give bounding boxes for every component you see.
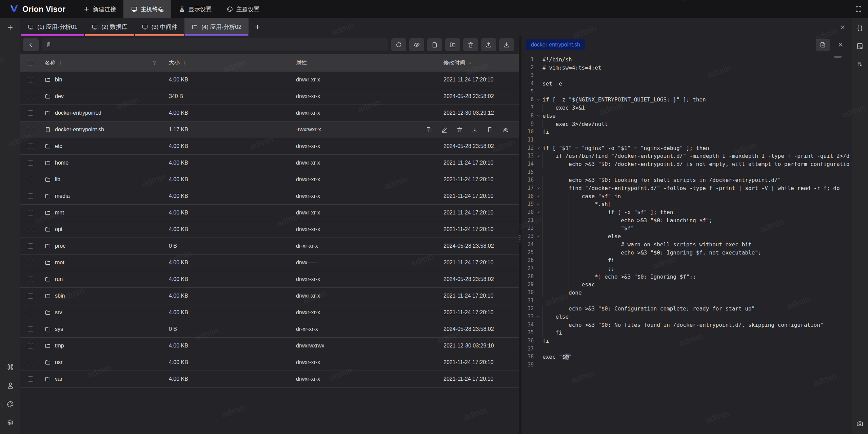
path-input-field[interactable] — [55, 41, 384, 48]
file-name[interactable]: mnt — [45, 210, 64, 216]
users-icon[interactable] — [502, 127, 509, 133]
row-checkbox[interactable] — [28, 210, 33, 215]
move-icon[interactable] — [487, 127, 493, 133]
command-icon[interactable] — [4, 360, 17, 373]
file-row[interactable]: run4.00 KBdrwxr-xr-x2024-05-28 23:58:02 — [20, 271, 519, 288]
fileDoc-icon[interactable] — [427, 38, 442, 51]
file-name[interactable]: sys — [45, 326, 63, 332]
file-row[interactable]: etc4.00 KBdrwxr-xr-x2024-05-28 23:58:02 — [20, 138, 519, 155]
file-name[interactable]: media — [45, 193, 70, 199]
gear-icon[interactable] — [4, 416, 17, 429]
sort-name-icon[interactable] — [58, 61, 63, 65]
column-name-label[interactable]: 名称 — [45, 59, 56, 67]
file-row[interactable]: srv4.00 KBdrwxr-xr-x2021-11-24 17:20:10 — [20, 304, 519, 321]
file-row[interactable]: usr4.00 KBdrwxr-xr-x2021-11-24 17:20:10 — [20, 354, 519, 371]
upload-icon[interactable] — [481, 38, 496, 51]
file-row[interactable]: lib4.00 KBdrwxr-xr-x2021-11-24 17:20:10 — [20, 171, 519, 188]
file-name[interactable]: proc — [45, 243, 65, 249]
file-name[interactable]: srv — [45, 309, 62, 316]
sort-size-icon[interactable] — [182, 61, 187, 65]
stamp-icon[interactable] — [4, 379, 17, 392]
menu-item[interactable]: 新建连接 — [76, 0, 123, 18]
file-name[interactable]: sbin — [45, 293, 65, 299]
file-row[interactable]: var4.00 KBdrwxr-xr-x2021-11-24 17:20:10 — [20, 371, 519, 388]
row-checkbox[interactable] — [28, 193, 33, 199]
close-panel-icon[interactable] — [833, 18, 852, 36]
row-checkbox[interactable] — [28, 376, 33, 382]
select-all-checkbox[interactable] — [28, 60, 33, 65]
file-name[interactable]: opt — [45, 226, 62, 232]
eye-icon[interactable] — [409, 38, 424, 51]
row-checkbox[interactable] — [28, 293, 33, 299]
fold-chevron-icon[interactable] — [534, 112, 542, 120]
fold-chevron-icon[interactable] — [534, 208, 542, 216]
file-name[interactable]: bin — [45, 77, 62, 83]
row-checkbox[interactable] — [28, 77, 33, 82]
tab-3[interactable]: (3) 中间件 — [135, 18, 185, 36]
fold-chevron-icon[interactable] — [534, 200, 542, 208]
braces-icon[interactable] — [853, 22, 866, 35]
copy-icon[interactable] — [426, 127, 432, 133]
row-checkbox[interactable] — [28, 144, 33, 149]
file-name[interactable]: run — [45, 276, 63, 282]
column-mtime-label[interactable]: 修改时间 — [443, 59, 465, 67]
menu-item[interactable]: 主题设置 — [219, 0, 267, 18]
fold-chevron-icon[interactable] — [534, 96, 542, 104]
refresh-icon[interactable] — [391, 38, 406, 51]
file-row[interactable]: home4.00 KBdrwxr-xr-x2021-11-24 17:20:10 — [20, 155, 519, 171]
editor-file-tag[interactable]: docker-entrypoint.sh — [526, 39, 585, 50]
path-input[interactable] — [42, 38, 388, 51]
file-name[interactable]: tmp — [45, 343, 64, 349]
fullscreen-icon[interactable] — [849, 0, 868, 18]
file-row[interactable]: opt4.00 KBdrwxr-xr-x2021-11-24 17:20:10 — [20, 221, 519, 238]
close-editor-icon[interactable] — [833, 39, 848, 51]
camera-icon[interactable] — [853, 417, 866, 430]
brand[interactable]: Orion Visor — [0, 0, 76, 18]
row-checkbox[interactable] — [28, 310, 33, 315]
file-name[interactable]: etc — [45, 143, 62, 149]
edit-icon[interactable] — [441, 127, 448, 133]
fold-chevron-icon[interactable] — [534, 144, 542, 152]
fold-chevron-icon[interactable] — [534, 232, 542, 241]
save-file-icon[interactable] — [816, 39, 830, 51]
file-row[interactable]: sbin4.00 KBdrwxr-xr-x2021-11-24 17:20:10 — [20, 288, 519, 304]
row-checkbox[interactable] — [28, 94, 33, 99]
fold-chevron-icon[interactable] — [534, 152, 542, 160]
row-checkbox[interactable] — [28, 277, 33, 282]
filter-icon[interactable] — [152, 60, 157, 65]
row-checkbox[interactable] — [28, 110, 33, 116]
row-checkbox[interactable] — [28, 127, 33, 132]
download-icon[interactable] — [472, 127, 478, 133]
file-name[interactable]: lib — [45, 176, 60, 183]
file-row[interactable]: mnt4.00 KBdrwxr-xr-x2021-11-24 17:20:10 — [20, 205, 519, 221]
column-size-label[interactable]: 大小 — [169, 59, 180, 67]
row-checkbox[interactable] — [28, 243, 33, 249]
file-name[interactable]: docker-entrypoint.d — [45, 110, 101, 116]
code-editor[interactable]: 1#!/bin/sh2# vim:sw=4:ts=4:et34set -e56i… — [521, 54, 852, 434]
tab-2[interactable]: (2) 数据库 — [84, 18, 135, 36]
file-row[interactable]: sys0 Bdr-xr-xr-x2024-05-28 23:58:02 — [20, 321, 519, 338]
file-row[interactable]: docker-entrypoint.sh1.17 KB-rwxrwxr-x — [20, 121, 519, 138]
row-checkbox[interactable] — [28, 160, 33, 166]
tab-1[interactable]: (1) 应用-分析01 — [20, 18, 84, 36]
download-icon[interactable] — [499, 38, 514, 51]
row-checkbox[interactable] — [28, 177, 33, 182]
file-name[interactable]: usr — [45, 359, 62, 365]
row-checkbox[interactable] — [28, 360, 33, 365]
row-checkbox[interactable] — [28, 260, 33, 265]
fold-chevron-icon[interactable] — [534, 184, 542, 192]
trash-icon[interactable] — [463, 38, 478, 51]
row-checkbox[interactable] — [28, 326, 33, 332]
new-connection-plus-icon[interactable] — [4, 21, 17, 34]
file-row[interactable]: proc0 Bdr-xr-xr-x2024-05-28 23:58:02 — [20, 238, 519, 254]
file-row[interactable]: root4.00 KBdrwx------2021-11-24 17:20:10 — [20, 254, 519, 271]
row-checkbox[interactable] — [28, 227, 33, 232]
fold-chevron-icon[interactable] — [534, 313, 542, 321]
editor-scrollbar-thumb[interactable] — [834, 56, 842, 58]
file-row[interactable]: media4.00 KBdrwxr-xr-x2021-11-24 17:20:1… — [20, 188, 519, 205]
fold-chevron-icon[interactable] — [534, 192, 542, 201]
file-name[interactable]: dev — [45, 93, 64, 99]
trash-icon[interactable] — [456, 127, 463, 133]
file-name[interactable]: docker-entrypoint.sh — [45, 127, 104, 133]
add-tab-icon[interactable] — [249, 18, 266, 36]
